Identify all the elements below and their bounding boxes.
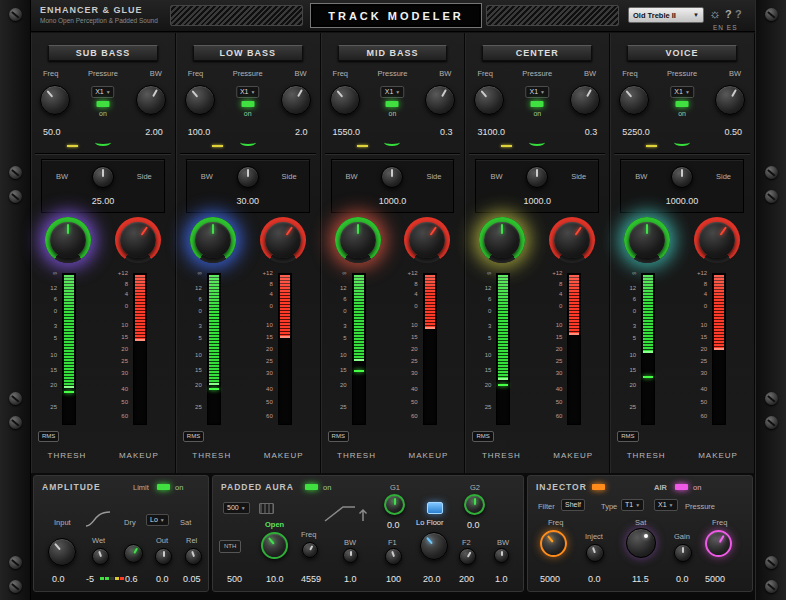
- thresh-label: THRESH: [176, 451, 248, 460]
- thresh-peak-line: [498, 384, 508, 386]
- pressure-on-led[interactable]: [96, 101, 109, 107]
- bw-value: 0.3: [585, 127, 598, 137]
- f1-knob[interactable]: [385, 548, 402, 565]
- band-header-tab[interactable]: LOW BASS: [193, 45, 303, 61]
- meter-tick-label: 30: [121, 370, 128, 376]
- air-on-led[interactable]: [675, 484, 688, 490]
- rms-badge[interactable]: RMS: [617, 431, 638, 442]
- rel-knob[interactable]: [185, 548, 202, 565]
- meter-tick-label: 8: [125, 281, 128, 287]
- band-header-tab[interactable]: CENTER: [482, 45, 592, 61]
- bw-label: BW: [439, 69, 451, 78]
- input-knob[interactable]: [48, 538, 76, 566]
- freq-knob[interactable]: [40, 85, 70, 115]
- help-icon[interactable]: ?: [725, 8, 732, 20]
- makeup-knob[interactable]: [404, 217, 450, 263]
- open-value: 10.0: [266, 574, 284, 584]
- threshold-knob[interactable]: [479, 217, 525, 263]
- freq-knob[interactable]: [619, 85, 649, 115]
- injector-freq1-knob[interactable]: [540, 530, 567, 557]
- g1-knob[interactable]: [384, 494, 405, 515]
- aura-rate-select[interactable]: 500 ▼: [223, 502, 250, 514]
- band-header-tab[interactable]: MID BASS: [338, 45, 448, 61]
- aura-on-led[interactable]: [305, 484, 318, 490]
- freq-knob[interactable]: [330, 85, 360, 115]
- pressure-on-led[interactable]: [386, 101, 399, 107]
- language-toggle[interactable]: EN ES: [713, 24, 738, 31]
- threshold-knob[interactable]: [335, 217, 381, 263]
- makeup-knob[interactable]: [694, 217, 740, 263]
- threshold-knob[interactable]: [45, 217, 91, 263]
- aura-bw1-knob[interactable]: [343, 548, 358, 563]
- bw-knob[interactable]: [570, 85, 600, 115]
- side-bw-knob[interactable]: [671, 166, 693, 188]
- threshold-knob[interactable]: [624, 217, 670, 263]
- air-label: AIR: [654, 483, 667, 492]
- nth-button[interactable]: NTH: [219, 540, 241, 553]
- pressure-mode-select[interactable]: X1 ▼: [670, 86, 694, 98]
- bw-knob[interactable]: [715, 85, 745, 115]
- bw-knob[interactable]: [136, 85, 166, 115]
- pressure-mode-select[interactable]: X1 ▼: [526, 86, 550, 98]
- threshold-knob[interactable]: [190, 217, 236, 263]
- band-header-tab[interactable]: SUB BASS: [48, 45, 158, 61]
- injector-pressure-select[interactable]: X1 ▼: [654, 499, 678, 511]
- rms-badge[interactable]: RMS: [472, 431, 493, 442]
- freq-knob[interactable]: [474, 85, 504, 115]
- wet-label: Wet: [92, 536, 105, 545]
- filter-type-select[interactable]: Shelf: [561, 499, 585, 511]
- aura-freq-knob[interactable]: [302, 542, 318, 558]
- band-header-tab[interactable]: VOICE: [627, 45, 737, 61]
- type-select[interactable]: T1 ▼: [621, 499, 644, 511]
- rms-badge[interactable]: RMS: [183, 431, 204, 442]
- gain-knob[interactable]: [674, 544, 692, 562]
- bw-knob[interactable]: [425, 85, 455, 115]
- meter-tick-label: 25: [340, 404, 347, 410]
- g2-knob[interactable]: [464, 494, 485, 515]
- bw-knob[interactable]: [281, 85, 311, 115]
- pressure-mode-select[interactable]: X1 ▼: [236, 86, 260, 98]
- open-knob[interactable]: [261, 532, 288, 559]
- pattern-grid-icon[interactable]: [259, 503, 274, 514]
- freq-knob[interactable]: [185, 85, 215, 115]
- makeup-knob[interactable]: [260, 217, 306, 263]
- out-knob[interactable]: [155, 548, 172, 565]
- wet-knob[interactable]: [92, 548, 109, 565]
- rms-badge[interactable]: RMS: [328, 431, 349, 442]
- meter-tick-label: 12: [195, 285, 202, 291]
- makeup-knob[interactable]: [115, 217, 161, 263]
- preset-select[interactable]: Old Treble II ▼: [628, 7, 704, 23]
- f2-value: 200: [459, 574, 474, 584]
- injector-freq2-knob[interactable]: [705, 530, 732, 557]
- dry-knob[interactable]: [124, 544, 143, 563]
- pressure-on-led[interactable]: [241, 101, 254, 107]
- makeup-meter-bar: [567, 273, 581, 425]
- meter-tick-label: 30: [556, 370, 563, 376]
- settings-gear-icon[interactable]: ☼: [709, 6, 721, 21]
- rms-badge[interactable]: RMS: [38, 431, 59, 442]
- help-icon[interactable]: ?: [735, 8, 742, 20]
- makeup-knob[interactable]: [549, 217, 595, 263]
- screw-icon: [9, 392, 22, 405]
- injector-sat-knob[interactable]: [626, 528, 656, 558]
- injector-on-led[interactable]: [592, 484, 605, 490]
- pressure-on-led[interactable]: [676, 101, 689, 107]
- pressure-mode-select[interactable]: X1 ▼: [91, 86, 115, 98]
- meter-tick-label: 8: [414, 281, 417, 287]
- sat-mode-select[interactable]: Lo ▼: [146, 514, 169, 526]
- lo-floor-knob[interactable]: [420, 532, 448, 560]
- meter-tick-label: 15: [195, 367, 202, 373]
- meter-tick-label: 0: [704, 303, 707, 309]
- limit-on-led[interactable]: [157, 484, 170, 490]
- side-bw-knob[interactable]: [526, 166, 548, 188]
- lo-floor-button[interactable]: [427, 502, 443, 514]
- saturation-curve-icon: [84, 510, 112, 528]
- side-bw-knob[interactable]: [381, 166, 403, 188]
- aura-bw2-knob[interactable]: [494, 548, 509, 563]
- pressure-mode-select[interactable]: X1 ▼: [381, 86, 405, 98]
- side-bw-knob[interactable]: [92, 166, 114, 188]
- f2-knob[interactable]: [459, 548, 476, 565]
- side-bw-knob[interactable]: [237, 166, 259, 188]
- inject-knob[interactable]: [586, 544, 604, 562]
- pressure-on-led[interactable]: [531, 101, 544, 107]
